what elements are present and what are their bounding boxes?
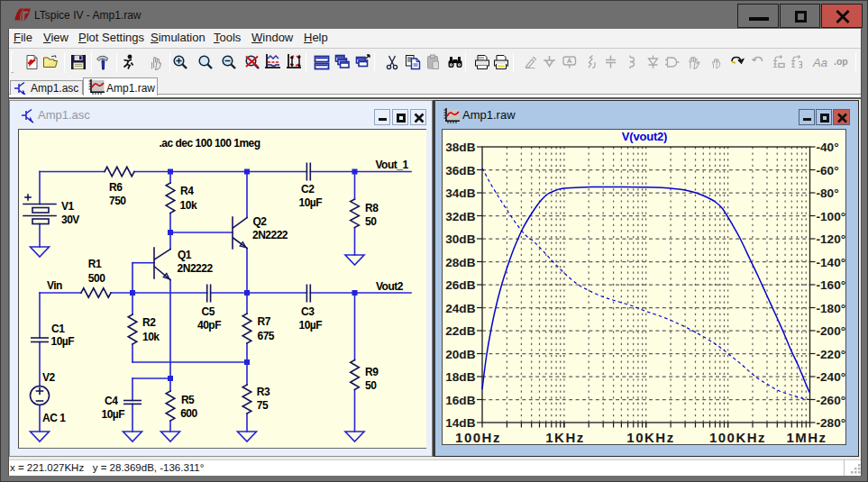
svg-text:C3: C3 xyxy=(301,305,315,318)
svg-text:V2: V2 xyxy=(42,371,56,384)
svg-text:10KHz: 10KHz xyxy=(626,430,674,445)
svg-text:10µF: 10µF xyxy=(102,408,125,421)
svg-text:10k: 10k xyxy=(180,199,197,212)
svg-text:-160°: -160° xyxy=(816,278,845,292)
svg-text:-280°: -280° xyxy=(816,416,845,430)
svg-text:30V: 30V xyxy=(61,214,79,226)
svg-text:V1: V1 xyxy=(61,200,75,213)
svg-text:24dB: 24dB xyxy=(445,301,475,314)
svg-text:Q1: Q1 xyxy=(178,249,192,261)
svg-text:50: 50 xyxy=(365,379,377,392)
svg-text:38dB: 38dB xyxy=(445,141,475,154)
svg-text:-80°: -80° xyxy=(816,186,838,200)
svg-text:32dB: 32dB xyxy=(445,209,475,223)
svg-text:2N2222: 2N2222 xyxy=(252,229,288,241)
svg-text:600: 600 xyxy=(180,407,197,420)
svg-text:16dB: 16dB xyxy=(445,393,475,406)
svg-text:22dB: 22dB xyxy=(445,324,475,338)
svg-text:R8: R8 xyxy=(365,202,379,214)
svg-text:-200°: -200° xyxy=(816,324,845,338)
svg-text:C1: C1 xyxy=(51,323,65,335)
svg-text:10µF: 10µF xyxy=(299,196,323,209)
svg-text:750: 750 xyxy=(109,195,126,207)
svg-text:R3: R3 xyxy=(257,386,270,398)
svg-text:C2: C2 xyxy=(301,183,315,196)
svg-text:C4: C4 xyxy=(105,395,118,407)
svg-text:-220°: -220° xyxy=(816,347,845,360)
svg-text:-60°: -60° xyxy=(816,163,838,177)
svg-text:Q2: Q2 xyxy=(253,215,268,228)
svg-text:R1: R1 xyxy=(88,258,102,270)
svg-text:10µF: 10µF xyxy=(299,319,323,332)
svg-text:-120°: -120° xyxy=(816,232,845,246)
svg-text:-240°: -240° xyxy=(816,370,845,384)
svg-text:V(vout2): V(vout2) xyxy=(621,130,666,143)
svg-text:1MHz: 1MHz xyxy=(786,430,827,445)
svg-text:R4: R4 xyxy=(180,185,194,197)
svg-text:675: 675 xyxy=(258,330,275,342)
svg-text:.ac dec 100 100 1meg: .ac dec 100 100 1meg xyxy=(160,137,260,150)
svg-text:40pF: 40pF xyxy=(197,319,221,332)
svg-text:100Hz: 100Hz xyxy=(455,430,501,445)
svg-text:.op: .op xyxy=(834,56,848,67)
svg-text:Aa: Aa xyxy=(812,56,827,69)
svg-text:14dB: 14dB xyxy=(445,416,475,430)
svg-text:-140°: -140° xyxy=(816,255,845,268)
svg-text:-40°: -40° xyxy=(816,141,838,154)
svg-text:500: 500 xyxy=(88,272,105,285)
svg-text:75: 75 xyxy=(257,399,269,412)
svg-text:-260°: -260° xyxy=(816,393,845,406)
svg-text:28dB: 28dB xyxy=(445,255,475,268)
svg-text:2N2222: 2N2222 xyxy=(178,262,214,275)
svg-text:34dB: 34dB xyxy=(445,186,475,200)
svg-text:Vout_1: Vout_1 xyxy=(376,159,409,171)
svg-text:10µF: 10µF xyxy=(51,335,75,348)
svg-text:26dB: 26dB xyxy=(445,278,475,292)
svg-text:R5: R5 xyxy=(181,394,195,406)
svg-text:10k: 10k xyxy=(142,331,160,343)
svg-text:R2: R2 xyxy=(142,316,156,329)
svg-text:Vout2: Vout2 xyxy=(376,280,404,293)
svg-text:30dB: 30dB xyxy=(445,232,475,246)
svg-text:Vin: Vin xyxy=(47,279,62,292)
svg-text:18dB: 18dB xyxy=(445,370,475,384)
svg-text:20dB: 20dB xyxy=(445,347,475,360)
svg-text:-180°: -180° xyxy=(816,301,845,314)
svg-text:50: 50 xyxy=(365,215,377,228)
svg-text:36dB: 36dB xyxy=(445,163,475,177)
svg-text:C5: C5 xyxy=(202,305,215,318)
svg-text:R7: R7 xyxy=(258,315,271,328)
svg-text:R6: R6 xyxy=(109,181,123,194)
svg-text:1KHz: 1KHz xyxy=(545,430,585,445)
svg-text:R9: R9 xyxy=(365,366,379,378)
svg-text:100KHz: 100KHz xyxy=(708,430,765,445)
svg-text:AC 1: AC 1 xyxy=(42,412,66,424)
svg-text:-100°: -100° xyxy=(816,209,845,223)
